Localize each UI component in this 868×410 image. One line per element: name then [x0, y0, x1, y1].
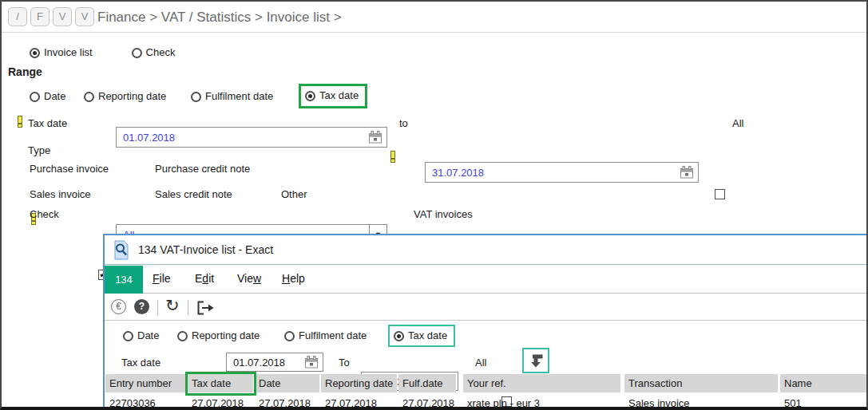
calendar-icon[interactable] [304, 356, 320, 369]
column-header-your-ref[interactable]: Your ref. [463, 374, 620, 392]
window-radio-date[interactable]: Date [123, 329, 159, 343]
menu-edit-pre: E [195, 272, 202, 285]
radio-reporting-date[interactable] [177, 331, 188, 341]
toolbar-divider [188, 300, 188, 315]
radio-date[interactable] [30, 92, 40, 102]
other-label[interactable]: Other [281, 188, 307, 200]
required-field-icon [390, 151, 395, 162]
menu-file-rest: ile [160, 272, 171, 285]
cell-tax-date: 27.07.2018 [188, 395, 253, 407]
column-header-tax-date[interactable]: Tax date [188, 374, 253, 392]
window-radio-taxdate-highlight: Tax date [388, 325, 455, 347]
radio-date-label[interactable]: Date [137, 329, 159, 341]
column-header-fulf-date[interactable]: Fulf.date [398, 374, 456, 392]
calendar-icon[interactable] [680, 166, 696, 179]
range-date-radio-date[interactable]: Date [30, 89, 65, 104]
purchase-credit-note-label[interactable]: Purchase credit note [155, 163, 250, 175]
cell-reporting-date: 27.07.2018 [321, 395, 397, 407]
menu-edit[interactable]: Edit [195, 272, 214, 285]
check-label: Check [30, 208, 59, 220]
radio-tax-date-label[interactable]: Tax date [319, 89, 359, 101]
window-all-label[interactable]: All [475, 357, 486, 369]
radio-tax-date[interactable] [394, 331, 404, 341]
radio-fulfilment-date[interactable] [191, 92, 201, 102]
range-heading: Range [8, 65, 42, 78]
menu-help-mnemonic: H [282, 272, 290, 285]
menu-view-mnemonic: w [253, 272, 261, 285]
menu-help[interactable]: Help [282, 272, 305, 285]
purchase-invoice-label[interactable]: Purchase invoice [30, 163, 109, 175]
task-tab-134[interactable]: 134 [105, 266, 143, 294]
range-date-radio-fulfilment[interactable]: Fulfilment date [191, 89, 273, 104]
to-label: to [399, 117, 408, 129]
radio-check-label[interactable]: Check [146, 46, 176, 58]
radio-tax-date[interactable] [305, 91, 315, 101]
radio-fulfilment-date-label[interactable]: Fulfilment date [299, 329, 367, 341]
cell-transaction: Sales invoice [624, 395, 778, 407]
window-radio-fulfilment[interactable]: Fulfilment date [284, 329, 367, 343]
exit-icon[interactable] [196, 300, 215, 319]
radio-invoice-list[interactable] [30, 48, 40, 58]
nav-shortcut-button-v1[interactable]: V [53, 7, 72, 26]
column-header-transaction[interactable]: Transaction [624, 374, 778, 392]
menu-file-mnemonic: F [153, 272, 160, 285]
vat-invoices-label[interactable]: VAT invoices [414, 208, 473, 220]
topbar-divider [2, 32, 866, 33]
quick-nav-buttons: /FVV [8, 7, 97, 26]
help-icon[interactable]: ? [134, 299, 149, 314]
cell-entry-number: 22703036 [105, 395, 186, 407]
radio-tax-date-label[interactable]: Tax date [408, 329, 447, 341]
menu-edit-rest: it [208, 272, 214, 285]
radio-fulfilment-date-label[interactable]: Fulfilment date [205, 90, 273, 102]
radio-reporting-date-label[interactable]: Reporting date [98, 90, 166, 102]
calendar-icon[interactable] [368, 131, 384, 144]
app-window: /FVV Finance > VAT / Statistics > Invoic… [0, 0, 868, 410]
refresh-icon[interactable]: ↻ [165, 298, 180, 313]
cell-your-ref: xrate pln - eur 3 [463, 395, 620, 407]
range-date-radio-reporting[interactable]: Reporting date [84, 89, 166, 104]
tax-date-from-input[interactable]: 01.07.2018 [116, 127, 387, 148]
column-header-date[interactable]: Date [255, 374, 319, 392]
nav-shortcut-button-f[interactable]: F [30, 7, 50, 26]
window-menubar: 134 File Edit View Help [105, 266, 866, 294]
window-to-label: To [339, 357, 350, 369]
radio-reporting-date-label[interactable]: Reporting date [192, 329, 260, 341]
all-checkbox-label[interactable]: All [732, 117, 743, 129]
menu-file[interactable]: File [153, 272, 171, 285]
radio-check[interactable] [132, 48, 142, 58]
window-tax-date-from-input[interactable]: 01.07.2018 [226, 353, 323, 372]
column-header-entry-number[interactable]: Entry number [105, 374, 186, 392]
menu-view[interactable]: View [237, 272, 261, 285]
radio-reporting-date[interactable] [84, 92, 94, 102]
column-header-reporting-date[interactable]: Reporting date [321, 374, 397, 392]
radio-date-label[interactable]: Date [44, 90, 65, 102]
range-date-radio-taxdate-highlight: Tax date [299, 84, 367, 108]
tax-date-label: Tax date [28, 117, 67, 129]
cell-date: 27.07.2018 [255, 395, 319, 407]
radio-fulfilment-date[interactable] [284, 331, 295, 341]
menu-help-rest: elp [290, 272, 305, 285]
sales-invoice-label[interactable]: Sales invoice [30, 188, 91, 200]
all-checkbox[interactable] [715, 189, 725, 199]
tax-date-to-input[interactable]: 31.07.2018 [425, 162, 699, 183]
cell-name: 501 [780, 395, 866, 407]
window-radio-reporting[interactable]: Reporting date [177, 329, 260, 343]
radio-date[interactable] [123, 331, 133, 341]
menu-view-pre: Vie [237, 272, 253, 285]
tax-date-from-value[interactable]: 01.07.2018 [123, 132, 175, 144]
nav-shortcut-button-slash[interactable]: / [8, 7, 27, 26]
cell-fulf-date: 27.07.2018 [398, 395, 456, 407]
radio-invoice-list-label[interactable]: Invoice list [44, 46, 93, 58]
nav-shortcut-button-v2[interactable]: V [75, 7, 94, 26]
euro-icon[interactable]: € [111, 299, 126, 314]
sales-credit-note-label[interactable]: Sales credit note [155, 188, 232, 200]
breadcrumb[interactable]: Finance > VAT / Statistics > Invoice lis… [97, 10, 342, 26]
column-header-name[interactable]: Name [780, 374, 866, 392]
required-field-icon [18, 116, 22, 127]
window-titlebar[interactable]: 134 VAT-Invoice list - Exact [105, 235, 866, 265]
window-tax-date-from-value[interactable]: 01.07.2018 [233, 357, 285, 369]
start-button[interactable] [522, 348, 549, 373]
tax-date-to-value[interactable]: 31.07.2018 [432, 167, 484, 179]
window-title: 134 VAT-Invoice list - Exact [138, 243, 273, 256]
funnel-down-arrow-icon [528, 353, 545, 369]
